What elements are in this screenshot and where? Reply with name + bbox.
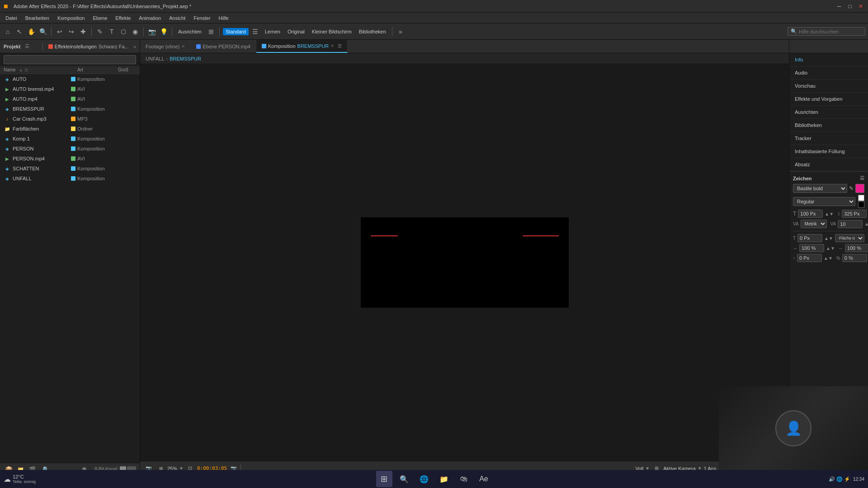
leading-input[interactable] [842,210,867,218]
viewer[interactable] [140,64,789,461]
file-item-farbflächen[interactable]: 📁 Farbflächen Ordner [0,124,140,134]
tool-redo[interactable]: ↪ [66,27,76,37]
webcam-video: 👤 [719,386,868,470]
tool-mask[interactable]: ◉ [130,27,140,37]
bibliotheken-button[interactable]: Bibliotheken [356,28,389,35]
lernen-button[interactable]: Lernen [262,28,283,35]
project-menu-icon[interactable]: ☰ [25,43,29,49]
breadcrumb-parent[interactable]: UNFALL [146,56,165,61]
standard-button[interactable]: Standard [223,28,249,35]
file-item-unfall[interactable]: ◈ UNFALL Komposition [0,174,140,183]
project-search-input[interactable] [4,55,136,64]
kleiner-button[interactable]: Kleiner Bildschirm [309,28,354,35]
expand-icon[interactable]: » [396,27,406,37]
tool-shape[interactable]: ⬡ [118,27,128,37]
font-edit-icon[interactable]: ✎ [849,185,854,192]
comp-tab-menu[interactable]: ☰ [338,43,342,48]
menu-bearbeiten[interactable]: Bearbeiten [22,14,53,22]
text-color-box[interactable] [855,184,864,193]
menu-ebene[interactable]: Ebene [89,14,111,22]
tool-hand[interactable]: ✋ [26,27,36,37]
tool-light[interactable]: 💡 [159,27,169,37]
kern-arrow[interactable]: ▲▼ [864,221,868,226]
white-swatch[interactable] [858,195,864,201]
file-item-bremsspur[interactable]: ◈ BREMSSPUR Komposition [0,104,140,114]
file-item-auto[interactable]: ◈ AUTO Komposition [0,74,140,84]
expand-left-icon[interactable]: » [133,44,136,49]
search-bar-toolbar[interactable]: 🔍 [788,27,865,36]
tracking-arrow[interactable]: ▲▼ [826,246,835,251]
align-icon[interactable]: ⊞ [206,27,216,37]
menu-effekte[interactable]: Effekte [112,14,134,22]
flache-type-select[interactable]: Fläche über Kon... [835,234,864,242]
right-menu-inhaltsbasierte-füllung[interactable]: Inhaltsbasierte Füllung [789,145,868,158]
menu-ansicht[interactable]: Ansicht [165,14,189,22]
tool-camera[interactable]: 📷 [147,27,157,37]
workspace-menu-icon[interactable]: ☰ [250,27,260,37]
tool-arrow[interactable]: ↖ [14,27,24,37]
font-style-select[interactable]: Regular [793,197,855,206]
right-menu-vorschau[interactable]: Vorschau [789,80,868,93]
tool-undo[interactable]: ↩ [55,27,65,37]
baseline-arrow[interactable]: ▲▼ [824,256,833,261]
original-button[interactable]: Original [285,28,307,35]
tab-comp[interactable]: Komposition BREMSSPUR ✕ ☰ [256,40,348,53]
help-search-input[interactable] [799,29,862,34]
tracking2-input[interactable] [845,244,868,252]
kern-input[interactable] [838,220,863,228]
menu-animation[interactable]: Animation [135,14,165,22]
flache-arrow[interactable]: ▲▼ [824,236,833,241]
tool-zoom[interactable]: 🔍 [38,27,48,37]
tab-footage[interactable]: Footage (ohne) ✕ [140,40,191,53]
zeichen-section: Zeichen ☰ Bastile bold ✎ Regular [789,171,868,266]
tb-search[interactable]: 🔍 [396,471,412,487]
tb-ae[interactable]: Ae [476,471,492,487]
font-icons: ✎ [849,185,854,192]
close-btn[interactable]: ✕ [857,3,864,10]
file-item-person[interactable]: ◈ PERSON Komposition [0,144,140,154]
tool-add[interactable]: ✚ [78,27,88,37]
right-menu-audio[interactable]: Audio [789,66,868,80]
tb-edge[interactable]: 🌐 [416,471,432,487]
zeichen-menu-icon[interactable]: ☰ [860,175,864,181]
file-item-person.mp4[interactable]: ▶ PERSON.mp4 AVI [0,154,140,164]
menu-komposition[interactable]: Komposition [54,14,89,22]
tool-pen[interactable]: ✎ [95,27,105,37]
metric-select[interactable]: Metrik [801,220,827,228]
file-item-car-crash.mp3[interactable]: ♪ Car Crash.mp3 MP3 [0,114,140,124]
footage-tab-close[interactable]: ✕ [181,44,185,49]
tb-explorer[interactable]: 📁 [436,471,452,487]
align-button[interactable]: Ausrichten [175,28,204,35]
ratio-input[interactable] [842,254,867,262]
right-menu-absatz[interactable]: Absatz [789,158,868,171]
font-size-input[interactable] [798,210,823,218]
tool-home[interactable]: ⌂ [3,27,13,37]
black-swatch[interactable] [858,202,864,208]
tracking-input[interactable] [799,244,824,252]
tb-start[interactable]: ⊞ [376,471,392,487]
size-arrow[interactable]: ▲▼ [825,211,834,216]
minimize-btn[interactable]: ─ [835,3,843,10]
file-item-auto.mp4[interactable]: ▶ AUTO.mp4 AVI [0,94,140,104]
maximize-btn[interactable]: □ [846,3,854,10]
right-menu-tracker[interactable]: Tracker [789,132,868,145]
menu-datei[interactable]: Datei [2,14,21,22]
file-name: UNFALL [13,176,71,181]
right-menu-bibliotheken[interactable]: Bibliotheken [789,119,868,132]
flache-input[interactable] [797,234,822,242]
file-item-auto-bremst.mp4[interactable]: ▶ AUTO bremst.mp4 AVI [0,84,140,94]
file-item-komp-1[interactable]: ◈ Komp 1 Komposition [0,134,140,144]
font-select[interactable]: Bastile bold [793,184,847,193]
right-menu-info[interactable]: Info [789,53,868,66]
tracking2-icon: ↔ [839,246,843,251]
tb-store[interactable]: 🛍 [456,471,472,487]
baseline-input[interactable] [797,254,822,262]
file-item-schatten[interactable]: ◈ SCHATTEN Komposition [0,164,140,174]
tab-ebene[interactable]: Ebene PERSON.mp4 [191,40,256,53]
menu-fenster[interactable]: Fenster [190,14,214,22]
menu-hilfe[interactable]: Hilfe [215,14,232,22]
tool-text[interactable]: T [107,27,117,37]
right-menu-effekte-und-vorgaben[interactable]: Effekte und Vorgaben [789,93,868,106]
comp-tab-close[interactable]: ✕ [330,43,334,48]
right-menu-ausrichten[interactable]: Ausrichten [789,106,868,119]
